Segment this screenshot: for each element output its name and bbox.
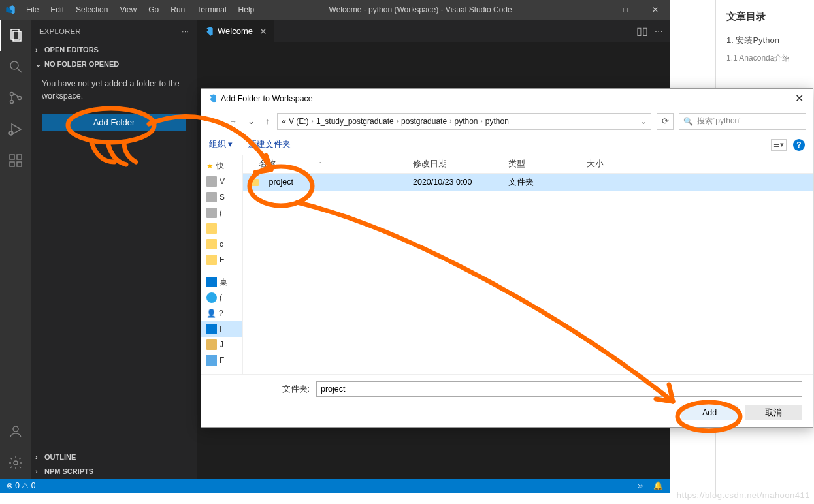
extensions-icon[interactable] [0, 145, 31, 176]
col-type[interactable]: 类型 [508, 159, 587, 170]
breadcrumb-dropdown-icon[interactable]: ⌄ [640, 117, 647, 126]
tree-quick-access[interactable]: ★快 [201, 158, 242, 174]
svg-rect-8 [10, 155, 14, 159]
menu-terminal[interactable]: Terminal [191, 3, 231, 17]
source-control-icon[interactable] [0, 82, 31, 114]
folder-name-input[interactable] [316, 381, 802, 397]
minimize-button[interactable]: — [581, 0, 611, 20]
no-folder-section[interactable]: ⌄NO FOLDER OPENED [31, 57, 197, 71]
col-size[interactable]: 大小 [587, 159, 639, 170]
outline-label: OUTLINE [44, 453, 76, 461]
tab-welcome[interactable]: Welcome ✕ [197, 20, 274, 42]
dialog-toolbar: 组织 ▾ 新建文件夹 ☰▾ ? [201, 134, 813, 155]
tree-folder[interactable] [201, 221, 242, 236]
menu-view[interactable]: View [114, 3, 142, 17]
organize-menu[interactable]: 组织 ▾ [209, 139, 233, 150]
crumb[interactable]: 1_study_postgraduate [316, 117, 394, 126]
menu-selection[interactable]: Selection [71, 3, 113, 17]
chevron-down-nav-icon[interactable]: ⌄ [245, 114, 257, 129]
open-editors-section[interactable]: ›OPEN EDITORS [31, 42, 197, 57]
svg-point-13 [14, 461, 18, 465]
nav-back-icon[interactable]: ← [208, 114, 221, 129]
tree-drive[interactable]: ( [201, 205, 242, 221]
close-tab-icon[interactable]: ✕ [259, 26, 267, 37]
new-folder-button[interactable]: 新建文件夹 [248, 139, 291, 150]
add-button[interactable]: Add [681, 405, 738, 420]
search-icon[interactable] [0, 51, 31, 82]
tree-network[interactable]: F [201, 353, 242, 368]
settings-gear-icon[interactable] [0, 447, 31, 479]
menu-edit[interactable]: Edit [45, 3, 69, 17]
add-folder-button[interactable]: Add Folder [42, 114, 186, 131]
tree-drive[interactable]: S [201, 189, 242, 205]
crumb-chevrons-icon: « [282, 117, 286, 126]
crumb[interactable]: python [485, 117, 509, 126]
activity-bar [0, 20, 31, 479]
nav-forward-icon[interactable]: → [227, 114, 240, 129]
dialog-close-icon[interactable]: ✕ [791, 92, 807, 104]
breadcrumb[interactable]: « V (E:)› 1_study_postgraduate› postgrad… [277, 113, 651, 130]
view-toggle-icon[interactable]: ☰▾ [771, 139, 787, 151]
accounts-icon[interactable] [0, 416, 31, 447]
crumb[interactable]: V (E:) [289, 117, 309, 126]
col-date[interactable]: 修改日期 [413, 159, 508, 170]
tree-user[interactable]: 👤? [201, 306, 242, 321]
menu-run[interactable]: Run [165, 3, 190, 17]
vscode-tab-icon [203, 26, 214, 37]
explorer-sidebar: EXPLORER ··· ›OPEN EDITORS ⌄NO FOLDER OP… [31, 20, 197, 479]
close-window-button[interactable]: ✕ [640, 0, 670, 20]
tree-drive[interactable]: V [201, 174, 242, 189]
row-name: project [269, 178, 293, 187]
folder-icon [206, 239, 217, 249]
chevron-right-icon: › [312, 118, 314, 125]
desktop-icon [206, 277, 217, 287]
tree-folder[interactable]: F [201, 252, 242, 268]
tree-onedrive[interactable]: ( [201, 290, 242, 306]
crumb[interactable]: python [454, 117, 478, 126]
nav-up-icon[interactable]: ↑ [263, 114, 272, 129]
row-type: 文件夹 [508, 177, 587, 188]
tabs-actions: ▯▯ ··· [636, 20, 670, 42]
watermark: https://blog.csdn.net/mahoon411 [677, 490, 810, 500]
refresh-button[interactable]: ⟳ [657, 113, 674, 130]
pc-icon [206, 324, 217, 334]
network-icon [206, 355, 217, 366]
help-icon[interactable]: ? [793, 139, 805, 151]
chevron-right-icon: › [449, 118, 451, 125]
split-editor-icon[interactable]: ▯▯ [636, 25, 648, 37]
window-title: Welcome - python (Workspace) - Visual St… [259, 5, 581, 14]
outline-section[interactable]: ›OUTLINE [31, 450, 197, 464]
menu-file[interactable]: File [21, 3, 44, 17]
tree-desktop[interactable]: 桌 [201, 274, 242, 290]
row-date: 2020/10/23 0:00 [413, 178, 508, 187]
dialog-title: Add Folder to Workspace [221, 94, 313, 103]
toc-item-1-1[interactable]: 1.1 Anaconda介绍 [726, 53, 804, 64]
maximize-button[interactable]: □ [611, 0, 640, 20]
menu-go[interactable]: Go [143, 3, 164, 17]
titlebar: File Edit Selection View Go Run Terminal… [0, 0, 670, 20]
nav-tree[interactable]: ★快 V S ( c F 桌 ( 👤? I J F [201, 155, 243, 374]
crumb[interactable]: postgraduate [401, 117, 447, 126]
tree-folder[interactable]: c [201, 236, 242, 252]
run-debug-icon[interactable] [0, 114, 31, 145]
list-row-project[interactable]: project 2020/10/23 0:00 文件夹 [243, 174, 813, 191]
chevron-right-icon: › [481, 118, 483, 125]
menu-help[interactable]: Help [233, 3, 260, 17]
notifications-bell-icon[interactable]: 🔔 [653, 481, 663, 490]
more-actions-icon[interactable]: ··· [655, 25, 663, 37]
tree-libraries[interactable]: J [201, 337, 242, 353]
tree-this-pc[interactable]: I [201, 321, 242, 337]
npm-scripts-label: NPM SCRIPTS [44, 467, 93, 475]
toc-item-1[interactable]: 1. 安装Python [726, 35, 804, 46]
feedback-icon[interactable]: ☺ [636, 481, 644, 490]
status-problems[interactable]: ⊗ 0 ⚠ 0 [7, 481, 35, 490]
explorer-more-icon[interactable]: ··· [182, 27, 189, 35]
col-name[interactable]: 名称˄ [243, 159, 413, 170]
search-box[interactable]: 🔍 搜索"python" [679, 113, 806, 130]
cancel-button[interactable]: 取消 [745, 405, 802, 420]
chevron-right-icon: › [35, 46, 44, 54]
explorer-icon[interactable] [0, 20, 31, 51]
folder-icon [206, 255, 217, 265]
npm-scripts-section[interactable]: ›NPM SCRIPTS [31, 464, 197, 479]
editor-tabs: Welcome ✕ ▯▯ ··· [197, 20, 670, 42]
